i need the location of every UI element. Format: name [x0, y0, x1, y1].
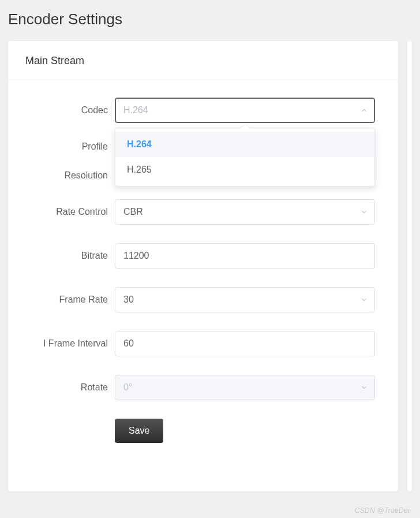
codec-option-h264[interactable]: H.264	[115, 132, 374, 157]
frame-rate-label: Frame Rate	[31, 295, 115, 305]
chevron-down-icon	[360, 296, 368, 304]
chevron-down-icon	[360, 208, 368, 216]
watermark: CSDN @TrueDei	[355, 506, 410, 515]
i-frame-interval-input[interactable]	[115, 331, 375, 356]
main-stream-panel: Main Stream Codec H.264 H.264	[8, 41, 398, 491]
frame-rate-select[interactable]: 30	[115, 287, 375, 312]
rate-control-label: Rate Control	[31, 207, 115, 217]
codec-dropdown: H.264 H.265	[115, 128, 375, 187]
chevron-up-icon	[360, 106, 368, 114]
bitrate-input[interactable]	[115, 243, 375, 269]
frame-rate-value: 30	[123, 295, 354, 305]
adjacent-panel	[407, 41, 412, 491]
panel-title: Main Stream	[25, 55, 381, 67]
panel-header: Main Stream	[8, 41, 398, 80]
codec-label: Codec	[31, 105, 115, 115]
rotate-label: Rotate	[31, 382, 115, 393]
chevron-down-icon	[360, 383, 368, 392]
i-frame-interval-label: I Frame Interval	[31, 338, 115, 349]
save-button[interactable]: Save	[115, 419, 163, 443]
resolution-label: Resolution	[31, 170, 115, 181]
rate-control-value: CBR	[123, 207, 354, 217]
bitrate-label: Bitrate	[31, 251, 115, 261]
codec-value: H.264	[123, 105, 354, 115]
page-title: Encoder Settings	[0, 0, 420, 41]
codec-option-h265[interactable]: H.265	[115, 157, 374, 182]
rotate-value: 0°	[123, 382, 354, 393]
profile-label: Profile	[31, 141, 115, 152]
rotate-select: 0°	[115, 375, 375, 400]
codec-select[interactable]: H.264	[115, 98, 375, 123]
rate-control-select[interactable]: CBR	[115, 199, 375, 225]
